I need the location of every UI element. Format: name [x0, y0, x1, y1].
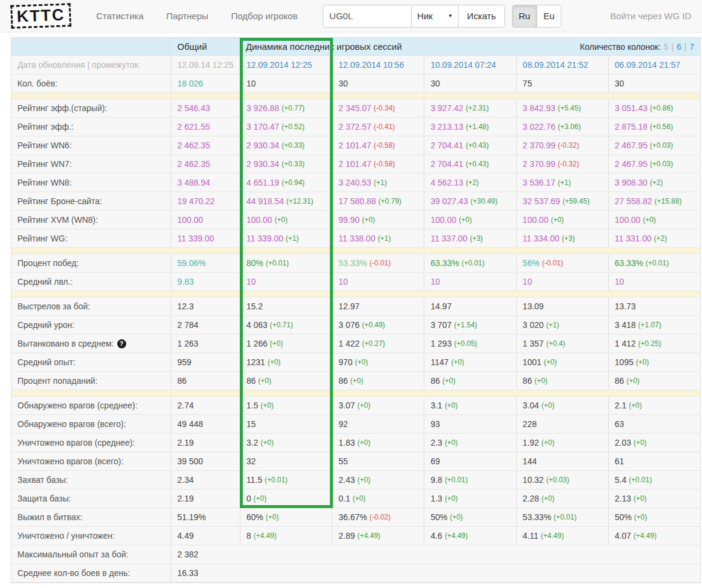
session-value-cell: 11 331.00(+2)	[608, 229, 700, 247]
overall-value-cell: 39 500	[171, 452, 240, 470]
overall-value-cell: 2.34	[171, 471, 240, 489]
stat-delta: (+2.31)	[466, 104, 489, 112]
session-value-cell: 61	[608, 452, 700, 470]
kttc-logo[interactable]: KTTC	[10, 3, 71, 28]
lang-eu-button[interactable]: Eu	[537, 5, 561, 27]
stat-value: 2 875.18	[615, 122, 648, 132]
session-value-cell: 3 076(+0.49)	[332, 316, 424, 334]
session-value-cell: 93	[424, 415, 516, 433]
overall-value-cell: 86	[171, 372, 240, 390]
lang-ru-button[interactable]: Ru	[513, 5, 537, 27]
row-label-text: Средний опыт:	[17, 357, 76, 367]
separator-row	[11, 93, 700, 99]
nav-links: Статистика Партнеры Подбор игроков	[96, 11, 298, 21]
stat-delta: (+0.43)	[466, 141, 489, 150]
question-circle-icon[interactable]: ?	[117, 339, 126, 348]
session-value-cell: 12.97	[332, 297, 424, 315]
nav-item-statistics[interactable]: Статистика	[96, 11, 144, 21]
stat-delta: (+0)	[451, 358, 465, 366]
session-value-cell: 3 022.76(+3.06)	[516, 118, 608, 136]
stat-delta: (+0.25)	[638, 339, 661, 348]
table-row: Рейтинг XVM (WN8):100.00100.00(+0)99.90(…	[11, 211, 700, 229]
stat-delta: (-0.58)	[374, 141, 395, 150]
stat-value: 1 266	[246, 339, 267, 348]
session-value-cell: 55	[332, 452, 424, 470]
session-value-cell: 11 337.00(+3)	[424, 229, 516, 247]
search-type-select[interactable]: Ник ▼	[412, 5, 459, 28]
stat-delta: (+0.27)	[362, 339, 385, 348]
stat-delta: (+1)	[374, 178, 387, 187]
stat-value: 17 580.88	[338, 196, 376, 206]
stat-value: 4.11	[523, 531, 539, 541]
session-date-link[interactable]: 12.09.2014 10:56	[338, 60, 404, 70]
stat-value: 3.04	[523, 401, 539, 410]
stat-value: 53.33%	[338, 258, 367, 268]
stat-value: 9.83	[177, 277, 194, 286]
row-label-text: Выжил в битвах:	[17, 512, 82, 522]
stat-value: 2.3	[430, 438, 442, 447]
overall-value-cell: 100.00	[171, 211, 240, 229]
stat-value: 2 467.95	[615, 159, 648, 169]
stat-value: 3 536.17	[523, 178, 556, 187]
column-count-option[interactable]: 7	[689, 42, 694, 52]
stat-value: 11 339.00	[246, 234, 283, 243]
session-date-link[interactable]: 12.09.2014 12:25	[246, 60, 312, 70]
session-value-cell: 30	[332, 74, 424, 92]
stat-value: 3 076	[338, 320, 359, 330]
stat-value: 2.34	[177, 475, 194, 485]
stat-value: 9.8	[430, 475, 442, 485]
stat-value: 970	[338, 357, 352, 367]
login-wg-link[interactable]: Войти через WG ID	[610, 11, 691, 21]
stat-delta: (+0)	[275, 216, 288, 224]
stat-value: 3.2	[246, 438, 258, 447]
stat-value: 3 213.13	[430, 122, 463, 132]
stat-value: 63.33%	[430, 258, 459, 268]
stat-value: 11 331.00	[615, 234, 652, 243]
session-value-cell: 10	[424, 273, 516, 291]
session-date-link[interactable]: 10.09.2014 07:24	[430, 60, 496, 70]
stat-delta: (+4.49)	[445, 532, 468, 540]
session-date-link[interactable]: 06.09.2014 21:57	[615, 60, 680, 70]
session-value-cell: 2.89(+4.49)	[332, 527, 424, 545]
stat-delta: (+0.43)	[466, 160, 489, 168]
session-date-link[interactable]: 08.09.2014 21:52	[523, 60, 588, 70]
session-value-cell: 3 707(+1.54)	[424, 316, 516, 334]
row-label-text: Обнаружено врагов (среднее):	[17, 401, 138, 410]
session-value-cell: 3 926.88(+0.77)	[240, 99, 332, 117]
stat-delta: (+0)	[350, 377, 364, 385]
table-row: Среднее кол-во боев в день:16.33	[11, 564, 700, 583]
stat-value: 2 546.43	[177, 103, 210, 113]
stat-value: 10	[246, 277, 256, 286]
separator-row	[11, 390, 700, 396]
session-value-cell: 3 927.42(+2.31)	[424, 99, 516, 117]
stat-value: 1001	[523, 357, 542, 367]
stat-delta: (+0)	[643, 216, 656, 224]
nav-item-player-search[interactable]: Подбор игроков	[231, 11, 298, 21]
nav-item-partners[interactable]: Партнеры	[166, 11, 209, 21]
table-row: Защита базы:2.190(+0)0.1(+0)1.3(+0)2.28(…	[11, 489, 700, 508]
header-empty-cell	[11, 38, 171, 55]
stat-value: 12.97	[338, 302, 359, 311]
session-value-cell: 86(+0)	[608, 372, 700, 390]
session-value-cell: 100.00(+0)	[240, 211, 332, 229]
overall-value-cell: 2.19	[171, 489, 240, 508]
row-label: Рейтинг WG:	[11, 229, 171, 247]
stat-delta: (+0)	[258, 377, 272, 385]
stat-value: 51.19%	[177, 512, 206, 522]
stat-delta: (+3)	[470, 234, 483, 243]
stat-value: 3 051.43	[615, 103, 648, 113]
search-button[interactable]: Искать	[458, 5, 505, 28]
stat-delta: (+0.01)	[264, 476, 287, 484]
stat-value: 3 908.30	[615, 178, 648, 187]
stat-delta: (+0)	[542, 401, 555, 410]
stat-value: 2 704.41	[430, 141, 463, 150]
row-label: Средний лвл.:	[11, 273, 171, 291]
session-value-cell: 80%(+0.01)	[240, 254, 332, 272]
stat-value: 2 372.57	[338, 122, 371, 132]
session-value-cell: 0(+0)	[240, 489, 332, 508]
navbar: KTTC Статистика Партнеры Подбор игроков …	[0, 0, 702, 32]
session-value-cell: 50%(+0)	[608, 508, 700, 526]
column-count-option[interactable]: 6	[677, 42, 682, 52]
session-value-cell: 11 339.00(+1)	[240, 229, 332, 247]
search-input[interactable]	[323, 5, 412, 28]
